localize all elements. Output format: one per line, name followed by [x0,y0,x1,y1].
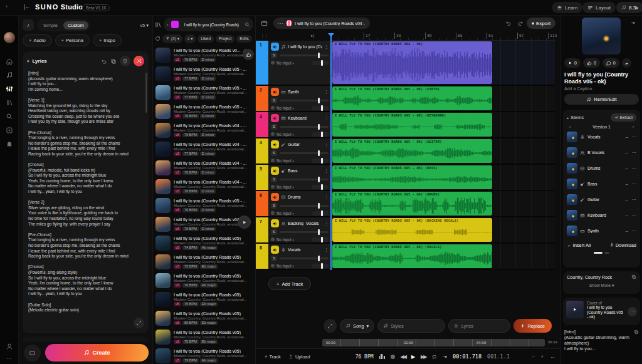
record-arm-button[interactable] [271,264,275,268]
share-button[interactable] [622,58,631,68]
track-name[interactable]: Synth [288,90,322,94]
stem-menu-button[interactable]: ⋯ [632,165,637,171]
track-header[interactable]: Drums⋮SNo Input ▾ [268,191,331,216]
level-meter[interactable] [312,237,329,242]
copy-icon[interactable] [110,58,117,65]
audio-clip[interactable]: I WILL FLY TO YOU (COUNTRY ROADS V05 - O… [332,192,492,216]
track-mute-button[interactable] [271,167,279,175]
stem-row[interactable]: Drums←⋯ [567,160,636,176]
song-list-item[interactable]: I will fly to you (Country Roads v05 - .… [153,102,256,121]
track-header[interactable]: Synth⋮SNo Input ▾ [268,86,331,111]
record-arm-button[interactable] [271,132,275,136]
likes-stat[interactable]: 0 [583,58,600,68]
solo-button[interactable]: S [271,124,277,130]
cover-thumbnail[interactable] [566,301,584,318]
home-icon[interactable] [6,58,13,65]
song-list-item[interactable]: I will fly to you (Country Roads v05)Mod… [153,271,256,290]
input-select[interactable]: No Input ▾ [276,211,294,216]
scroll-to-playing-button[interactable] [238,216,251,229]
insert-stem-button[interactable]: ← [624,165,629,171]
track-menu-button[interactable]: ⋮ [324,142,329,147]
song-list-item[interactable]: I will fly to you (Country Roads v0...Mo… [153,46,256,65]
search-icon[interactable] [245,22,250,28]
track-lane[interactable]: I WILL FLY TO YOU (COUNTRY ROADS V05 - O… [331,165,555,190]
volume-slider[interactable] [280,126,329,128]
audio-clip[interactable]: I WILL FLY TO YOU (COUNTRY ROADS V05 - O… [332,86,492,110]
solo-button[interactable]: S [271,256,277,261]
song-list-item[interactable]: I will fly to you (Country Roads v05 - .… [153,196,256,215]
timeline-ruler[interactable]: 173349658197113 [331,31,555,41]
remix-edit-button[interactable]: Remix/Edit [564,94,639,105]
track-lane[interactable]: I WILL FLY TO YOU (COUNTRY ROADS V05 - O… [331,217,555,242]
audio-clip[interactable]: I WILL FLY TO YOU (COUNTRY ROADS V05 - O… [332,244,492,268]
upload-button[interactable]: Upload [288,354,310,360]
volume-slider[interactable] [280,179,329,180]
keybind-button[interactable] [24,345,41,361]
track-header[interactable]: Bass⋮SNo Input ▾ [268,165,331,190]
add-track-button[interactable]: + Add Track [268,278,311,290]
record-arm-button[interactable] [271,211,275,215]
notifications-icon[interactable] [6,140,13,148]
search-icon[interactable] [6,113,13,120]
track-menu-button[interactable]: ⋮ [324,44,329,49]
track-header[interactable]: Keyboard⋮SNo Input ▾ [268,112,331,137]
add-inspo-button[interactable]: +Inspo [93,34,122,46]
input-select[interactable]: No Input ▾ [276,61,294,65]
volume-slider[interactable] [280,55,329,56]
learn-button[interactable]: Learn [552,2,582,13]
level-meter[interactable] [312,159,329,163]
studio-icon[interactable] [6,85,13,93]
style-tags[interactable]: Country, Country Rock [567,274,629,280]
lyrics-textarea[interactable]: [Intro] (Acoustic guitar strumming, warm… [23,68,149,319]
input-select[interactable]: No Input ▾ [276,237,294,242]
comments-stat[interactable]: 0 [603,58,619,68]
track-menu-button[interactable]: ⋮ [324,247,329,252]
song-list-item[interactable]: I will fly to you (Country Roads v04 - .… [153,177,256,196]
drag-handle-icon[interactable]: ⋮⋮ [260,33,268,38]
track-name[interactable]: Keyboard [288,116,322,120]
insert-stem-button[interactable]: ← [624,181,629,187]
audio-clip[interactable]: I WILL FLY TO YOU (COUNTRY ROADS V05 - O… [332,139,492,163]
track-mute-button[interactable] [271,140,279,148]
track-color-strip[interactable]: 2 [256,86,268,111]
expand-lyrics-button[interactable] [134,318,144,328]
track-header[interactable]: I will fly to you (Co⋮SNo Input ▾ [268,41,331,85]
solo-button[interactable]: S [271,150,277,156]
tab-menu-icon[interactable]: ⋯ [278,21,283,26]
plays-stat[interactable]: 0 [564,58,581,68]
create-button[interactable]: Create [45,344,149,361]
level-meter[interactable] [312,106,329,110]
mode-simple[interactable]: Simple [39,21,62,29]
song-list-item[interactable]: I will fly to you (Country Roads v04 - .… [153,159,256,177]
playlist-header[interactable]: ‹ I will fly to you (Country Roads) [164,18,253,31]
cover-card[interactable]: Cover of I will fly to you (Country Road… [563,298,640,325]
tab-liked[interactable]: Liked [197,35,214,43]
rewrite-lyrics-button[interactable] [134,56,144,66]
track-name[interactable]: Drums [288,195,322,199]
timeline-minimap[interactable]: 00:00 02:00 04:00 [322,339,545,346]
tab-edits[interactable]: Edits [236,35,251,43]
track-mute-button[interactable] [271,88,279,96]
rewind-button[interactable]: ◀◀ [401,354,406,360]
track-mute-button[interactable] [271,219,279,227]
song-list-item[interactable]: I will fly to you (Country Roads v05)Mod… [153,346,256,364]
sort-button[interactable]: ≡ ▾ [184,34,196,43]
filter-button[interactable]: (3) ▾ [162,34,182,43]
like-button[interactable] [243,49,254,60]
song-list-item[interactable]: I will fly to you (Country Roads v04 - .… [153,140,256,159]
pop-out-icon[interactable]: ⇥ [631,20,635,26]
track-lane[interactable]: I WILL FLY TO YOU (COUNTRY ROADS V05 - O… [331,138,555,164]
volume-slider[interactable] [280,205,329,207]
input-select[interactable]: No Input ▾ [276,185,294,189]
track-name[interactable]: Vocals [288,247,322,252]
volume-slider[interactable] [280,231,329,233]
volume-slider[interactable] [280,100,329,101]
zoom-in-button[interactable]: + [541,354,544,360]
solo-button[interactable]: S [271,229,277,235]
profile-icon[interactable] [6,343,13,350]
track-header[interactable]: Backing_Vocals⋮SNo Input ▾ [268,217,331,242]
audio-clip[interactable]: I WILL FLY TO YOU (COUNTRY ROADS V05 - O… [332,165,492,189]
track-header[interactable]: Guitar⋮SNo Input ▾ [268,138,331,164]
track-name[interactable]: Bass [288,169,322,173]
song-list-item[interactable]: I will fly to you (Country Roads v05 - .… [153,83,256,102]
